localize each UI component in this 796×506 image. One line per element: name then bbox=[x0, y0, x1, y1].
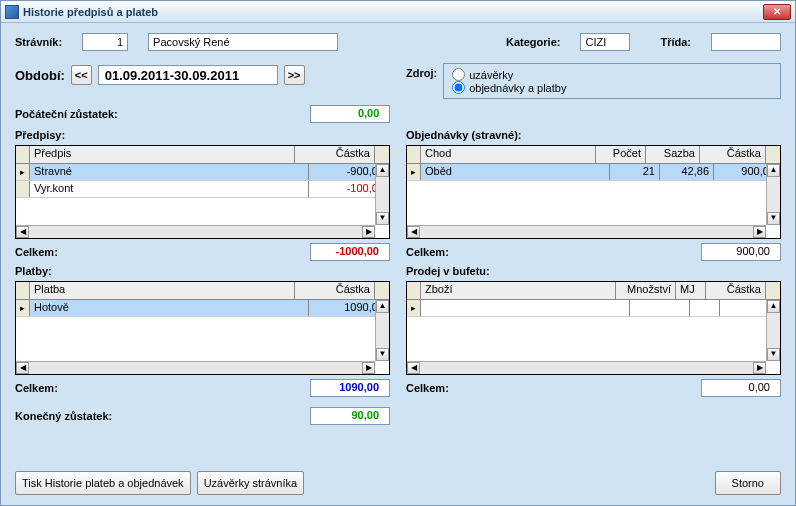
obj-col-pocet[interactable]: Počet bbox=[596, 146, 646, 163]
radio-uzaverky[interactable] bbox=[452, 68, 465, 81]
bufet-col-zbozi[interactable]: Zboží bbox=[421, 282, 616, 299]
bufet-total-value: 0,00 bbox=[701, 379, 781, 397]
row-marker-icon: ▸ bbox=[16, 300, 30, 316]
closing-balance-value: 90,00 bbox=[310, 407, 390, 425]
period-label: Období: bbox=[15, 68, 65, 83]
closing-balance-label: Konečný zůstatek: bbox=[15, 410, 112, 422]
scrollbar-horizontal[interactable]: ◀▶ bbox=[407, 225, 766, 238]
opening-balance-value: 0,00 bbox=[310, 105, 390, 123]
platby-col-castka[interactable]: Částka bbox=[295, 282, 375, 299]
app-icon bbox=[5, 5, 19, 19]
stravnik-label: Strávník: bbox=[15, 36, 62, 48]
obj-col-castka[interactable]: Částka bbox=[700, 146, 766, 163]
scrollbar-horizontal[interactable]: ◀▶ bbox=[16, 361, 375, 374]
stravnik-id-field[interactable]: 1 bbox=[82, 33, 128, 51]
source-label: Zdroj: bbox=[406, 67, 437, 79]
kategorie-label: Kategorie: bbox=[506, 36, 560, 48]
source-opt-uzaverky[interactable]: uzávěrky bbox=[452, 68, 772, 81]
bufet-grid[interactable]: Zboží Množství MJ Částka ▸ bbox=[406, 281, 781, 375]
source-opt-objednavky[interactable]: objednávky a platby bbox=[452, 81, 772, 94]
bufet-title: Prodej v bufetu: bbox=[406, 265, 781, 277]
storno-button[interactable]: Storno bbox=[715, 471, 781, 495]
row-marker-icon: ▸ bbox=[16, 164, 30, 180]
scrollbar-vertical[interactable]: ▲▼ bbox=[766, 164, 780, 225]
platby-grid[interactable]: Platba Částka ▸ Hotově 1090,00 ▲▼ ◀▶ bbox=[15, 281, 390, 375]
scrollbar-vertical[interactable]: ▲▼ bbox=[375, 300, 389, 361]
obj-col-chod[interactable]: Chod bbox=[421, 146, 596, 163]
scrollbar-horizontal[interactable]: ◀▶ bbox=[16, 225, 375, 238]
close-button[interactable]: ✕ bbox=[763, 4, 791, 20]
objednavky-total-label: Celkem: bbox=[406, 246, 449, 258]
objednavky-title: Objednávky (stravné): bbox=[406, 129, 781, 141]
obj-col-sazba[interactable]: Sazba bbox=[646, 146, 700, 163]
scrollbar-horizontal[interactable]: ◀▶ bbox=[407, 361, 766, 374]
predpisy-total-value: -1000,00 bbox=[310, 243, 390, 261]
period-prev-button[interactable]: << bbox=[71, 65, 92, 85]
objednavky-total-value: 900,00 bbox=[701, 243, 781, 261]
print-button[interactable]: Tisk Historie plateb a objednávek bbox=[15, 471, 191, 495]
predpisy-total-label: Celkem: bbox=[15, 246, 58, 258]
opening-balance-label: Počáteční zůstatek: bbox=[15, 108, 118, 120]
trida-field[interactable] bbox=[711, 33, 781, 51]
scrollbar-vertical[interactable]: ▲▼ bbox=[766, 300, 780, 361]
table-row[interactable]: ▸ Stravné -900,00 bbox=[16, 164, 389, 181]
platby-col-platba[interactable]: Platba bbox=[30, 282, 295, 299]
trida-label: Třída: bbox=[660, 36, 691, 48]
window-title: Historie předpisů a plateb bbox=[23, 6, 158, 18]
kategorie-field[interactable]: CIZI bbox=[580, 33, 630, 51]
row-marker-icon: ▸ bbox=[407, 164, 421, 180]
uzaverky-button[interactable]: Uzávěrky strávníka bbox=[197, 471, 305, 495]
period-value: 01.09.2011-30.09.2011 bbox=[98, 65, 278, 85]
period-next-button[interactable]: >> bbox=[284, 65, 305, 85]
predpisy-col-predpis[interactable]: Předpis bbox=[30, 146, 295, 163]
table-row[interactable]: ▸ Oběd 21 42,86 900,00 bbox=[407, 164, 780, 181]
scrollbar-vertical[interactable]: ▲▼ bbox=[375, 164, 389, 225]
bufet-total-label: Celkem: bbox=[406, 382, 449, 394]
stravnik-name-field[interactable]: Pacovský René bbox=[148, 33, 338, 51]
objednavky-grid[interactable]: Chod Počet Sazba Částka ▸ Oběd 21 42,86 … bbox=[406, 145, 781, 239]
platby-total-label: Celkem: bbox=[15, 382, 58, 394]
table-row[interactable]: Vyr.kont -100,00 bbox=[16, 181, 389, 198]
predpisy-grid[interactable]: Předpis Částka ▸ Stravné -900,00 Vyr.kon… bbox=[15, 145, 390, 239]
bufet-col-castka[interactable]: Částka bbox=[706, 282, 766, 299]
bufet-col-mnozstvi[interactable]: Množství bbox=[616, 282, 676, 299]
row-marker-icon: ▸ bbox=[407, 300, 421, 316]
platby-total-value: 1090,00 bbox=[310, 379, 390, 397]
table-row[interactable]: ▸ bbox=[407, 300, 780, 317]
predpisy-col-castka[interactable]: Částka bbox=[295, 146, 375, 163]
radio-objednavky[interactable] bbox=[452, 81, 465, 94]
platby-title: Platby: bbox=[15, 265, 390, 277]
table-row[interactable]: ▸ Hotově 1090,00 bbox=[16, 300, 389, 317]
bufet-col-mj[interactable]: MJ bbox=[676, 282, 706, 299]
predpisy-title: Předpisy: bbox=[15, 129, 390, 141]
